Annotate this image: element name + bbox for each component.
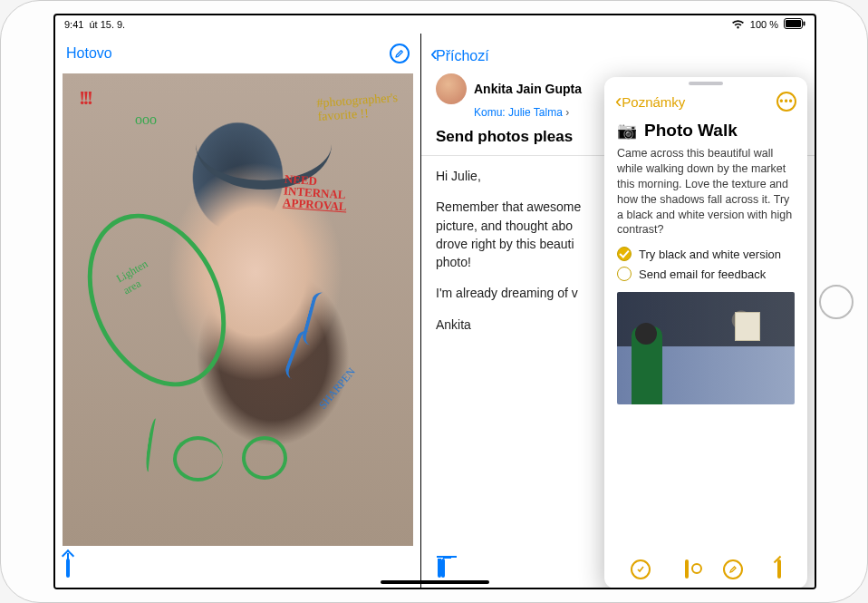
status-time: 9:41 <box>64 19 83 30</box>
screen: 9:41 út 15. 9. 100 % Hotovo <box>53 14 816 589</box>
checkbox-unchecked-icon[interactable] <box>617 267 632 281</box>
notes-more-button[interactable]: ••• <box>776 92 796 112</box>
wifi-icon <box>731 19 745 31</box>
annotation-green-small-circles: ooo <box>135 112 157 128</box>
markup-tool-button[interactable] <box>390 44 410 63</box>
annotation-green-circle <box>242 436 287 480</box>
done-button[interactable]: Hotovo <box>66 45 112 62</box>
notes-back-button[interactable]: Poznámky <box>615 90 685 113</box>
notes-checklist-button[interactable] <box>631 559 651 579</box>
note-attached-image[interactable] <box>617 292 795 404</box>
share-icon <box>66 559 70 578</box>
mail-line: photo! <box>436 255 471 269</box>
mail-line: Remember that awesome <box>436 199 581 214</box>
sender-name: Ankita Jain Gupta <box>474 82 582 96</box>
mail-line: drove right by this beauti <box>436 237 574 251</box>
home-indicator[interactable] <box>381 580 489 584</box>
checklist-item-label: Try black and white version <box>639 248 781 261</box>
notes-markup-button[interactable] <box>723 559 743 579</box>
move-to-folder-button[interactable] <box>441 560 445 577</box>
ellipsis-icon: ••• <box>779 95 794 108</box>
image-detail <box>735 312 760 341</box>
notes-slide-over[interactable]: Poznámky ••• 📷 Photo Walk Came across th… <box>604 77 807 588</box>
checklist-item[interactable]: Try black and white version <box>617 247 795 261</box>
recipient-label: Komu: <box>474 106 506 119</box>
notes-bottom-toolbar <box>604 550 807 588</box>
photos-bottom-toolbar <box>55 550 420 588</box>
svg-rect-2 <box>804 22 805 26</box>
annotation-green-stroke <box>173 436 223 481</box>
notes-camera-button[interactable] <box>685 561 689 578</box>
home-button[interactable] <box>819 285 854 319</box>
compose-icon <box>777 559 781 579</box>
notes-toolbar: Poznámky ••• <box>604 83 807 121</box>
status-bar: 9:41 út 15. 9. 100 % <box>55 15 815 34</box>
battery-percent: 100 % <box>750 19 778 30</box>
recipient-name: Julie Talma <box>508 106 563 119</box>
battery-icon <box>784 18 805 31</box>
annotation-exclamations: !!! <box>79 86 91 110</box>
photos-markup-app: Hotovo !!! ooo #photographer's favorite … <box>55 34 421 588</box>
ipad-frame: 9:41 út 15. 9. 100 % Hotovo <box>0 0 868 603</box>
share-button[interactable] <box>66 560 70 577</box>
photo-markup-canvas[interactable]: !!! ooo #photographer's favorite !! NEED… <box>63 73 413 546</box>
note-title: Photo Walk <box>644 121 738 141</box>
note-checklist: Try black and white version Send email f… <box>617 247 795 281</box>
mail-back-button[interactable]: Příchozí <box>430 41 489 66</box>
note-body-text: Came across this beautiful wall while wa… <box>617 146 795 238</box>
checklist-item-label: Send email for feedback <box>639 267 766 281</box>
folder-icon <box>441 559 445 578</box>
note-content[interactable]: 📷 Photo Walk Came across this beautiful … <box>604 121 807 550</box>
annotation-need-internal-approval: NEED INTERNAL APPROVAL <box>283 173 349 213</box>
checkbox-checked-icon[interactable] <box>617 247 632 261</box>
svg-rect-1 <box>786 20 801 27</box>
avatar <box>436 73 467 104</box>
status-date: út 15. 9. <box>89 19 125 30</box>
split-view-workspace: Hotovo !!! ooo #photographer's favorite … <box>55 34 815 588</box>
annotation-photographers-favorite: #photographer's favorite !! <box>316 91 400 124</box>
camera-icon <box>685 559 689 579</box>
photos-toolbar: Hotovo <box>55 34 420 73</box>
notes-compose-button[interactable] <box>777 561 781 578</box>
mail-toolbar: Příchozí <box>421 34 815 73</box>
mail-line: picture, and thought abo <box>436 219 573 233</box>
camera-icon: 📷 <box>617 121 637 141</box>
checklist-item[interactable]: Send email for feedback <box>617 267 795 281</box>
